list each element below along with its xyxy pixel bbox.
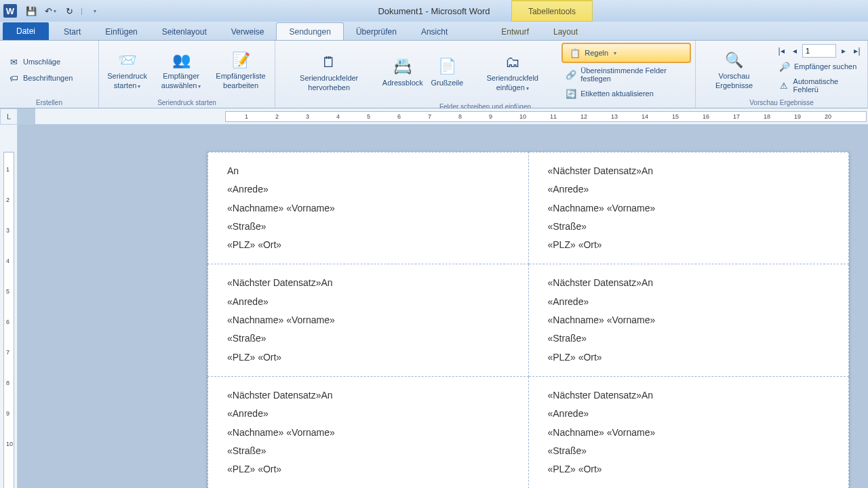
merge-field-line: «Straße» — [227, 329, 512, 348]
redo-icon[interactable]: ↻ — [62, 3, 77, 18]
group-start-label: Seriendruck starten — [99, 99, 275, 108]
preview-icon: 🔍 — [724, 49, 745, 70]
ruler-tick: 1 — [245, 113, 248, 120]
label-cell[interactable]: «Nächster Datensatz»An«Anrede»«Nachname»… — [528, 264, 849, 376]
label-cell[interactable]: «Nächster Datensatz»An«Anrede»«Nachname»… — [528, 376, 849, 488]
prev-record-button[interactable]: ◂ — [789, 44, 801, 58]
merge-field-line: «PLZ» «Ort» — [548, 236, 833, 254]
label-cell[interactable]: «Nächster Datensatz»An«Anrede»«Nachname»… — [528, 152, 849, 264]
ruler-tick: 9 — [489, 113, 492, 120]
ruler-tick: 7 — [6, 349, 9, 356]
ribbon-tabs: Datei Start Einfügen Seitenlayout Verwei… — [0, 22, 868, 41]
record-number-input[interactable] — [802, 44, 836, 58]
ruler-tick: 19 — [794, 113, 801, 120]
ruler-tick: 9 — [6, 410, 9, 417]
undo-icon[interactable]: ↶▾ — [43, 3, 58, 18]
insert-merge-field-button[interactable]: 🗂 Seriendruckfeld einfügen▾ — [470, 49, 555, 94]
merge-field-line: «PLZ» «Ort» — [548, 460, 833, 479]
highlight-icon: 🗒 — [318, 51, 340, 73]
merge-field-line: «Nachname» «Vorname» — [227, 311, 512, 329]
merge-field-line: «Nächster Datensatz»An — [548, 274, 833, 292]
next-record-button[interactable]: ▸ — [837, 44, 850, 58]
find-recipient-button[interactable]: 🔎 Empfänger suchen — [775, 59, 863, 74]
match-fields-button[interactable]: 🔗 Übereinstimmende Felder festlegen — [561, 64, 691, 85]
horizontal-ruler[interactable]: 1234567891011121314151617181920 — [35, 108, 868, 125]
address-block-button[interactable]: 📇 Adressblock — [381, 54, 424, 89]
last-record-button[interactable]: ▸| — [851, 44, 863, 58]
label-cell[interactable]: «Nächster Datensatz»An«Anrede»«Nachname»… — [208, 376, 529, 488]
highlight-fields-label: Seriendruckfelder hervorheben — [282, 74, 376, 93]
auto-check-errors-button[interactable]: ⚠ Automatische Fehlerü — [775, 75, 863, 96]
preview-results-label: Vorschau Ergebnisse — [703, 72, 766, 91]
tab-design[interactable]: Entwurf — [489, 23, 541, 40]
edit-recipients-button[interactable]: 📝 Empfängerliste bearbeiten — [211, 47, 271, 92]
ruler-tick: 6 — [397, 113, 401, 120]
tab-insert[interactable]: Einfügen — [93, 23, 149, 40]
envelopes-label: Umschläge — [23, 58, 60, 66]
envelopes-button[interactable]: ✉ Umschläge — [4, 54, 77, 69]
group-write-insert: 🗒 Seriendruckfelder hervorheben 📇 Adress… — [275, 41, 696, 108]
ruler-corner[interactable]: L — [0, 108, 18, 125]
group-preview-label: Vorschau Ergebnisse — [696, 99, 867, 108]
tab-view[interactable]: Ansicht — [409, 23, 460, 40]
merge-field-line: «Nächster Datensatz»An — [548, 386, 833, 405]
document-area[interactable]: An«Anrede»«Nachname» «Vorname»«Straße»«P… — [18, 125, 868, 488]
merge-field-line: «Nächster Datensatz»An — [548, 162, 833, 180]
merge-field-line: «Straße» — [548, 329, 833, 348]
label-cell[interactable]: «Nächster Datensatz»An«Anrede»«Nachname»… — [208, 264, 529, 376]
ruler-tick: 2 — [6, 197, 9, 203]
ruler-tick: 6 — [6, 319, 9, 325]
greeting-icon: 📄 — [436, 56, 458, 77]
labels-button[interactable]: 🏷 Beschriftungen — [4, 70, 77, 85]
document-page: An«Anrede»«Nachname» «Vorname»«Straße»«P… — [208, 152, 849, 488]
labels-table: An«Anrede»«Nachname» «Vorname»«Straße»«P… — [208, 152, 849, 488]
start-mailmerge-label: Seriendruck starten — [107, 72, 147, 89]
select-recipients-button[interactable]: 👥 Empfänger auswählen▾ — [154, 47, 208, 92]
select-recipients-label: Empfänger auswählen — [161, 72, 199, 89]
ruler-tick: 16 — [703, 113, 709, 120]
preview-results-button[interactable]: 🔍 Vorschau Ergebnisse — [700, 47, 768, 92]
ruler-tick: 5 — [6, 288, 9, 295]
tab-start[interactable]: Start — [52, 23, 93, 40]
quick-access-toolbar: 💾 ↶▾ ↻ | ▾ — [24, 3, 102, 18]
start-mailmerge-button[interactable]: 📨 Seriendruck starten▾ — [103, 47, 151, 92]
group-start-mailmerge: 📨 Seriendruck starten▾ 👥 Empfänger auswä… — [99, 41, 275, 108]
vertical-ruler[interactable]: 12345678910 — [0, 125, 18, 488]
find-recipient-label: Empfänger suchen — [794, 62, 856, 70]
match-fields-label: Übereinstimmende Felder festlegen — [580, 66, 687, 83]
tab-pagelayout[interactable]: Seitenlayout — [150, 23, 219, 40]
first-record-button[interactable]: |◂ — [775, 44, 787, 58]
title-bar: W 💾 ↶▾ ↻ | ▾ Dokument1 - Microsoft Word … — [0, 0, 868, 22]
merge-field-line: «Anrede» — [227, 180, 512, 199]
merge-field-line: «PLZ» «Ort» — [548, 348, 833, 367]
highlight-fields-button[interactable]: 🗒 Seriendruckfelder hervorheben — [279, 49, 378, 94]
find-icon: 🔎 — [779, 61, 790, 72]
merge-field-line: «Nächster Datensatz»An — [227, 274, 512, 292]
merge-field-line: «Anrede» — [548, 405, 833, 423]
group-create-label: Erstellen — [0, 99, 98, 108]
rules-label: Regeln — [585, 49, 608, 57]
merge-field-line: «Anrede» — [548, 293, 833, 311]
table-tools-context-tab: Tabellentools — [511, 0, 593, 22]
rules-button[interactable]: 📋 Regeln ▾ — [561, 43, 691, 63]
tab-mailings[interactable]: Sendungen — [276, 22, 343, 40]
greeting-line-button[interactable]: 📄 Grußzeile — [427, 54, 467, 89]
merge-field-line: «PLZ» «Ort» — [227, 460, 512, 479]
tab-file[interactable]: Datei — [3, 22, 49, 40]
qat-customize-icon[interactable]: ▾ — [87, 3, 102, 18]
rules-icon: 📋 — [570, 47, 580, 58]
document-title: Dokument1 - Microsoft Word — [378, 6, 490, 16]
tab-references[interactable]: Verweise — [219, 23, 277, 40]
tab-layout[interactable]: Layout — [541, 23, 590, 40]
group-create: ✉ Umschläge 🏷 Beschriftungen Erstellen — [0, 41, 99, 108]
check-errors-icon: ⚠ — [779, 80, 789, 91]
address-block-label: Adressblock — [382, 79, 423, 88]
label-cell[interactable]: An«Anrede»«Nachname» «Vorname»«Straße»«P… — [208, 152, 529, 264]
update-labels-button[interactable]: 🔄 Etiketten aktualisieren — [561, 86, 691, 101]
merge-field-icon: 🗂 — [502, 51, 524, 73]
tab-review[interactable]: Überprüfen — [344, 23, 409, 40]
save-icon[interactable]: 💾 — [24, 3, 39, 18]
qat-separator: | — [81, 7, 83, 15]
record-navigation: |◂ ◂ ▸ ▸| — [775, 44, 863, 58]
ruler-tick: 14 — [642, 113, 648, 120]
